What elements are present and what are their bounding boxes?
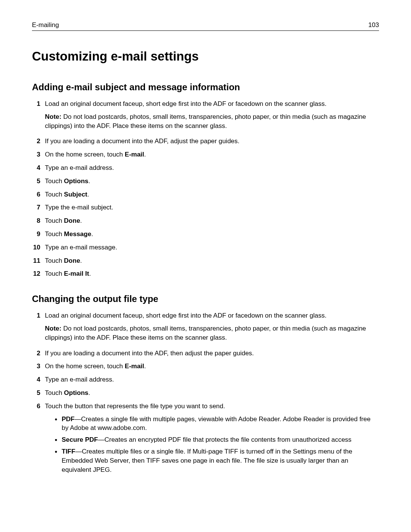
- section1-step-list: 1 Load an original document faceup, shor…: [32, 99, 379, 278]
- document-page: E-mailing 103 Customizing e-mail setting…: [0, 0, 411, 477]
- step-bold: E-mail: [125, 363, 144, 370]
- section-changing-output-file-type: Changing the output file type 1 Load an …: [32, 294, 379, 477]
- step-bold: Message: [64, 230, 91, 238]
- list-item: 5 Touch Options.: [32, 388, 379, 398]
- file-type-bullet-list: PDF—Creates a single file with multiple …: [45, 415, 379, 474]
- step-suffix: .: [91, 230, 93, 238]
- step-text: Type the e-mail subject.: [45, 204, 113, 211]
- step-number: 2: [32, 349, 45, 358]
- step-prefix: On the home screen, touch: [45, 151, 125, 158]
- step-bold: Subject: [64, 191, 87, 198]
- step-bold: Done: [64, 217, 80, 224]
- step-number: 5: [32, 388, 45, 398]
- bullet-item-tiff: TIFF—Creates multiple files or a single …: [55, 447, 379, 474]
- step-number: 8: [32, 216, 45, 225]
- step-content: Load an original document faceup, short …: [45, 311, 379, 344]
- list-item: 3 On the home screen, touch E-mail.: [32, 362, 379, 371]
- step-text: Load an original document faceup, short …: [45, 100, 327, 107]
- bullet-item-pdf: PDF—Creates a single file with multiple …: [55, 415, 379, 433]
- step-content: Type an e‑mail address.: [45, 163, 379, 173]
- step-text: Type an e-mail address.: [45, 376, 114, 383]
- step-number: 11: [32, 256, 45, 265]
- section1-heading: Adding e-mail subject and message inform…: [32, 82, 379, 93]
- step-prefix: Touch: [45, 230, 64, 238]
- step-content: Touch the button that represents the fil…: [45, 402, 379, 477]
- step-prefix: Touch: [45, 389, 64, 396]
- step-number: 2: [32, 137, 45, 146]
- step-prefix: Touch: [45, 177, 64, 185]
- step-text: If you are loading a document into the A…: [45, 137, 239, 145]
- step-content: Touch Options.: [45, 177, 379, 186]
- list-item: 5 Touch Options.: [32, 177, 379, 186]
- step-content: Type the e-mail subject.: [45, 203, 379, 212]
- section2-heading: Changing the output file type: [32, 294, 379, 304]
- step-number: 7: [32, 203, 45, 212]
- note-block: Note: Do not load postcards, photos, sma…: [45, 324, 379, 342]
- list-item: 11 Touch Done.: [32, 256, 379, 265]
- list-item: 12 Touch E-mail It.: [32, 269, 379, 278]
- step-number: 4: [32, 375, 45, 384]
- step-number: 12: [32, 269, 45, 278]
- step-number: 6: [32, 190, 45, 199]
- list-item: 4 Type an e‑mail address.: [32, 163, 379, 173]
- bullet-item-secure-pdf: Secure PDF—Creates an encrypted PDF file…: [55, 435, 379, 444]
- list-item: 9 Touch Message.: [32, 230, 379, 239]
- bullet-text: —Creates multiple files or a single file…: [62, 448, 352, 473]
- step-number: 5: [32, 177, 45, 186]
- list-item: 2 If you are loading a document into the…: [32, 349, 379, 358]
- step-content: Load an original document faceup, short …: [45, 99, 379, 133]
- step-suffix: .: [88, 191, 89, 198]
- step-number: 1: [32, 311, 45, 344]
- step-number: 6: [32, 402, 45, 477]
- step-content: Touch Done.: [45, 256, 379, 265]
- list-item: 3 On the home screen, touch E-mail.: [32, 150, 379, 159]
- step-number: 3: [32, 362, 45, 371]
- list-item: 1 Load an original document faceup, shor…: [32, 99, 379, 133]
- list-item: 1 Load an original document faceup, shor…: [32, 311, 379, 344]
- note-label: Note:: [45, 325, 61, 332]
- step-content: Touch Message.: [45, 230, 379, 239]
- bullet-text: —Creates a single file with multiple pag…: [62, 415, 371, 432]
- list-item: 6 Touch the button that represents the f…: [32, 402, 379, 477]
- note-block: Note: Do not load postcards, photos, sma…: [45, 112, 379, 131]
- step-text: Type an e-mail message.: [45, 244, 117, 251]
- step-bold: Options: [64, 389, 88, 396]
- step-suffix: .: [88, 389, 90, 396]
- step-number: 3: [32, 150, 45, 159]
- step-prefix: On the home screen, touch: [45, 363, 125, 370]
- header-page-number: 103: [368, 21, 379, 29]
- step-content: Type an e-mail address.: [45, 375, 379, 384]
- list-item: 7 Type the e-mail subject.: [32, 203, 379, 212]
- step-content: On the home screen, touch E-mail.: [45, 150, 379, 159]
- step-bold: E-mail: [125, 151, 144, 158]
- step-prefix: Touch: [45, 257, 64, 264]
- step-content: Touch Options.: [45, 388, 379, 398]
- bullet-bold: TIFF: [62, 448, 75, 455]
- step-text: Touch the button that represents the fil…: [45, 403, 225, 410]
- step-suffix: .: [80, 217, 82, 224]
- page-header: E-mailing 103: [32, 21, 379, 31]
- header-section-name: E-mailing: [32, 21, 59, 29]
- main-heading: Customizing e-mail settings: [32, 49, 379, 64]
- note-text: Do not load postcards, photos, small ite…: [45, 113, 366, 129]
- step-content: Touch E-mail It.: [45, 269, 379, 278]
- step-content: If you are loading a document into the A…: [45, 349, 379, 358]
- step-number: 4: [32, 163, 45, 173]
- step-text: Type an e‑mail address.: [45, 164, 114, 171]
- step-bold: Done: [64, 257, 80, 264]
- step-prefix: Touch: [45, 217, 64, 224]
- step-suffix: .: [80, 257, 82, 264]
- section-adding-email-subject: Adding e-mail subject and message inform…: [32, 82, 379, 278]
- step-content: Touch Subject.: [45, 190, 379, 199]
- step-suffix: .: [144, 151, 146, 158]
- section2-step-list: 1 Load an original document faceup, shor…: [32, 311, 379, 477]
- list-item: 6 Touch Subject.: [32, 190, 379, 199]
- note-label: Note:: [45, 113, 61, 120]
- bullet-bold: PDF: [62, 415, 75, 423]
- step-content: Type an e-mail message.: [45, 243, 379, 252]
- note-text: Do not load postcards, photos, small ite…: [45, 325, 366, 341]
- step-bold: E-mail It: [64, 270, 89, 277]
- list-item: 2 If you are loading a document into the…: [32, 137, 379, 146]
- list-item: 8 Touch Done.: [32, 216, 379, 225]
- step-number: 1: [32, 99, 45, 133]
